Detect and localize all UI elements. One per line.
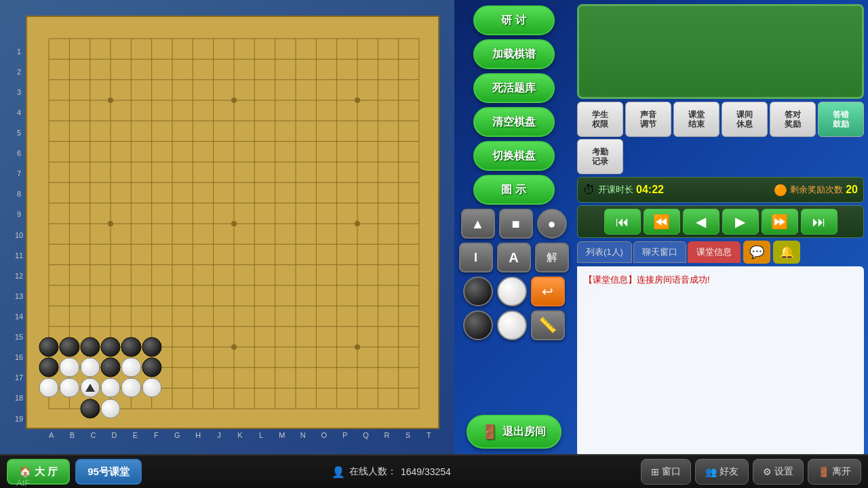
col-label-F: F	[146, 431, 166, 439]
online-label: 在线人数：	[349, 466, 397, 478]
stone-black	[60, 337, 79, 357]
classroom-button[interactable]: 95号课堂	[75, 459, 142, 485]
col-label-J: J	[209, 431, 229, 439]
row-label-5: 5	[17, 123, 21, 143]
func-btn-4[interactable]: 答对奖励	[770, 102, 816, 137]
func-btn-3[interactable]: 课间休息	[722, 102, 768, 137]
chat-icon[interactable]: 💬	[743, 241, 770, 264]
settings-button[interactable]: ⚙ 设置	[753, 459, 804, 485]
stone-white	[60, 357, 79, 377]
chat-message: 【课堂信息】连接房间语音成功!	[584, 273, 857, 287]
stone-black	[39, 357, 59, 377]
col-label-L: L	[251, 431, 271, 439]
stone-black	[101, 337, 121, 357]
row-label-16: 16	[15, 347, 23, 367]
demo-button[interactable]: 圄 示	[473, 175, 555, 205]
func-btn-2[interactable]: 课堂结束	[673, 102, 719, 137]
col-label-A: A	[41, 431, 61, 439]
online-count: 1649/33254	[401, 466, 451, 477]
status-bar-mid: 👤 在线人数： 1649/33254	[147, 466, 635, 479]
rewards-section: 🟠 剩余奖励次数 20	[774, 184, 858, 197]
load-button[interactable]: 加载棋谱	[473, 39, 555, 69]
a-tool[interactable]: A	[497, 243, 531, 272]
func-btn-0[interactable]: 学生权限	[577, 102, 623, 137]
mic-icon[interactable]: 🔔	[773, 241, 800, 264]
col-label-E: E	[125, 431, 145, 439]
row-label-4: 4	[17, 102, 21, 123]
timer-value: 04:22	[636, 184, 664, 196]
stone-black	[80, 399, 100, 418]
ruler-tool[interactable]: 📏	[531, 310, 565, 340]
stone-black	[121, 337, 141, 357]
rewards-value: 20	[846, 184, 858, 196]
row-label-8: 8	[17, 184, 21, 204]
nav-next-fast[interactable]: ⏩	[762, 209, 798, 235]
study-button[interactable]: 研 讨	[473, 5, 555, 35]
i-tool[interactable]: I	[459, 243, 493, 272]
row-label-9: 9	[17, 204, 21, 224]
row-label-7: 7	[17, 163, 21, 184]
goboard[interactable]	[26, 16, 439, 429]
square-tool[interactable]: ■	[499, 209, 533, 239]
stone-white	[101, 378, 121, 398]
stone-black	[39, 337, 59, 357]
nav-prev-fast[interactable]: ⏪	[644, 209, 680, 235]
window-button[interactable]: ⊞ 窗口	[641, 459, 691, 485]
chat-area: 【课堂信息】连接房间语音成功!	[577, 266, 864, 457]
triangle-tool[interactable]: ▲	[461, 209, 495, 239]
stone-marker	[85, 384, 95, 392]
exit-room-button[interactable]: 🚪 退出房间	[467, 415, 561, 449]
bottom-bar: 🏠 大 厅 95号课堂 👤 在线人数： 1649/33254 ⊞ 窗口 👥 好友…	[0, 454, 868, 488]
life-death-button[interactable]: 死活题库	[473, 73, 555, 103]
switch-button[interactable]: 切换棋盘	[473, 141, 555, 171]
stone-white	[142, 378, 161, 398]
nav-next[interactable]: ▶	[722, 209, 759, 235]
col-label-S: S	[397, 431, 418, 439]
white-stone-tool[interactable]	[497, 277, 527, 306]
stone-white	[80, 357, 100, 377]
stone-black	[101, 357, 121, 377]
nav-last[interactable]: ⏭	[801, 209, 837, 235]
stone-white	[101, 399, 121, 418]
nav-prev[interactable]: ◀	[683, 209, 719, 235]
row-label-13: 13	[15, 286, 23, 306]
row-label-6: 6	[17, 143, 21, 163]
row-label-12: 12	[15, 266, 23, 286]
row-label-18: 18	[15, 388, 23, 408]
leave-button[interactable]: 🚪 离开	[808, 459, 861, 485]
col-label-Q: Q	[355, 431, 376, 439]
controls-panel: 研 讨 加载棋谱 死活题库 清空棋盘 切换棋盘 圄 示 ▲ ■ ● I A 解 …	[454, 0, 573, 454]
col-label-R: R	[376, 431, 397, 439]
info-panel: 学生权限声音调节课堂结束课间休息答对奖励答错鼓励考勤记录 ⏱ 开课时长 04:2…	[573, 0, 868, 488]
circle-tool[interactable]: ●	[537, 209, 567, 239]
tab-list[interactable]: 列表(1人)	[577, 241, 632, 263]
nav-bar: ⏮ ⏪ ◀ ▶ ⏩ ⏭	[577, 205, 864, 238]
func-btn-5[interactable]: 答错鼓励	[818, 102, 864, 137]
stone-black	[142, 337, 161, 357]
tool-row-4: 📏	[463, 310, 565, 340]
svg-point-41	[108, 221, 113, 226]
func-btn-1[interactable]: 声音调节	[625, 102, 671, 137]
black-stone-tool[interactable]	[463, 277, 493, 306]
tab-classroom-info[interactable]: 课堂信息	[688, 241, 741, 263]
timer-label: 开课时长	[598, 184, 633, 196]
stone-white	[121, 357, 141, 377]
svg-point-43	[355, 221, 360, 226]
nav-first[interactable]: ⏮	[604, 209, 641, 235]
board-with-coords: 12345678910111213141516171819 ABCDEFGHJK…	[15, 16, 439, 439]
tabs-row: 列表(1人) 聊天窗口 课堂信息 💬 🔔	[577, 241, 864, 264]
friends-button[interactable]: 👥 好友	[695, 459, 749, 485]
explain-tool[interactable]: 解	[535, 243, 569, 272]
row-labels: 12345678910111213141516171819	[15, 16, 26, 429]
clear-button[interactable]: 清空棋盘	[473, 107, 555, 137]
tab-chat[interactable]: 聊天窗口	[633, 241, 686, 263]
row-label-3: 3	[17, 82, 21, 102]
func-btn-6[interactable]: 考勤记录	[577, 139, 623, 174]
tool-row-1: ▲ ■ ●	[461, 209, 567, 239]
row-label-15: 15	[15, 327, 23, 347]
undo-tool[interactable]: ↩	[531, 277, 565, 306]
col-label-D: D	[104, 431, 124, 439]
white-large-tool[interactable]	[497, 310, 527, 340]
black-large-tool[interactable]	[463, 310, 493, 340]
svg-point-40	[355, 98, 360, 103]
